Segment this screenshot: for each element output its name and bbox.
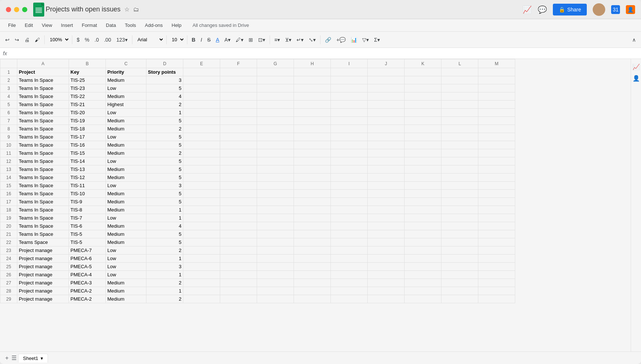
empty-cell[interactable] (478, 222, 515, 230)
cell-project[interactable]: Teams In Space (17, 206, 69, 214)
calendar-icon[interactable]: 31 (611, 5, 620, 14)
empty-cell[interactable] (331, 295, 368, 303)
empty-cell[interactable] (331, 198, 368, 206)
empty-cell[interactable] (220, 141, 257, 149)
empty-cell[interactable] (441, 109, 478, 117)
empty-cell[interactable] (368, 149, 405, 157)
cell-key[interactable]: TIS-7 (69, 214, 106, 222)
empty-cell[interactable] (294, 238, 331, 246)
empty-cell[interactable] (368, 222, 405, 230)
cell-story-points[interactable]: 1 (146, 214, 183, 222)
empty-cell[interactable] (331, 255, 368, 263)
cell-key[interactable]: PMECA-3 (69, 279, 106, 287)
sheet-tab-1[interactable]: Sheet1 ▾ (18, 354, 48, 363)
chart-button[interactable]: 📊 (349, 35, 359, 44)
empty-cell[interactable] (478, 101, 515, 109)
empty-cell[interactable] (331, 125, 368, 133)
cell-story-points[interactable]: 1 (146, 206, 183, 214)
empty-cell[interactable] (478, 141, 515, 149)
header-key[interactable]: Key (69, 68, 106, 76)
empty-cell[interactable] (331, 109, 368, 117)
empty-cell[interactable] (331, 238, 368, 246)
cell-key[interactable]: TIS-17 (69, 133, 106, 141)
empty-cell[interactable] (331, 271, 368, 279)
empty-cell[interactable] (183, 182, 220, 190)
empty-cell[interactable] (294, 198, 331, 206)
empty-cell[interactable] (441, 125, 478, 133)
menu-format[interactable]: Format (78, 21, 101, 29)
empty-cell[interactable] (183, 125, 220, 133)
empty-cell[interactable] (405, 141, 441, 149)
empty-cell[interactable] (478, 149, 515, 157)
empty-cell[interactable] (331, 190, 368, 198)
cell-story-points[interactable]: 5 (146, 84, 183, 92)
empty-cell[interactable] (220, 263, 257, 271)
empty-cell[interactable] (478, 271, 515, 279)
bold-button[interactable]: B (190, 35, 198, 44)
cell-key[interactable]: TIS-5 (69, 230, 106, 238)
empty-cell[interactable] (368, 109, 405, 117)
empty-cell[interactable] (220, 271, 257, 279)
empty-cell[interactable] (220, 84, 257, 92)
col-header-d[interactable]: D (146, 59, 183, 68)
empty-cell[interactable] (331, 263, 368, 271)
empty-cell[interactable] (405, 246, 441, 255)
cell-key[interactable]: TIS-13 (69, 165, 106, 174)
merge-button[interactable]: ⊡▾ (256, 35, 267, 44)
empty-cell[interactable] (441, 174, 478, 182)
empty-cell[interactable] (220, 206, 257, 214)
cell-key[interactable]: PMECA-2 (69, 287, 106, 295)
undo-button[interactable]: ↩ (3, 35, 12, 44)
empty-cell[interactable] (368, 117, 405, 125)
cell-key[interactable]: PMECA-4 (69, 271, 106, 279)
cell-project[interactable]: Teams In Space (17, 222, 69, 230)
empty-cell[interactable] (257, 68, 294, 76)
cell-key[interactable]: TIS-5 (69, 238, 106, 246)
empty-cell[interactable] (368, 165, 405, 174)
empty-cell[interactable] (220, 92, 257, 101)
empty-cell[interactable] (331, 157, 368, 165)
italic-button[interactable]: I (198, 35, 204, 44)
cell-key[interactable]: TIS-8 (69, 206, 106, 214)
empty-cell[interactable] (478, 174, 515, 182)
empty-cell[interactable] (294, 174, 331, 182)
empty-cell[interactable] (478, 84, 515, 92)
menu-tools[interactable]: Tools (121, 21, 139, 29)
empty-cell[interactable] (183, 92, 220, 101)
empty-cell[interactable] (478, 287, 515, 295)
empty-cell[interactable] (368, 198, 405, 206)
empty-cell[interactable] (257, 198, 294, 206)
cell-story-points[interactable]: 5 (146, 230, 183, 238)
empty-cell[interactable] (368, 206, 405, 214)
cell-story-points[interactable]: 2 (146, 101, 183, 109)
empty-cell[interactable] (220, 222, 257, 230)
empty-cell[interactable] (257, 230, 294, 238)
menu-file[interactable]: File (4, 21, 20, 29)
empty-cell[interactable] (183, 165, 220, 174)
print-button[interactable]: 🖨 (22, 35, 32, 44)
empty-cell[interactable] (257, 165, 294, 174)
empty-cell[interactable] (405, 117, 441, 125)
empty-cell[interactable] (405, 279, 441, 287)
empty-cell[interactable] (441, 92, 478, 101)
cell-project[interactable]: Teams In Space (17, 230, 69, 238)
empty-cell[interactable] (405, 230, 441, 238)
empty-cell[interactable] (331, 230, 368, 238)
empty-cell[interactable] (220, 230, 257, 238)
empty-cell[interactable] (368, 255, 405, 263)
cell-story-points[interactable]: 5 (146, 157, 183, 165)
empty-cell[interactable] (441, 157, 478, 165)
cell-priority[interactable]: Medium (106, 141, 146, 149)
cell-project[interactable]: Project manage (17, 263, 69, 271)
empty-cell[interactable] (220, 246, 257, 255)
empty-cell[interactable] (183, 101, 220, 109)
empty-cell[interactable] (478, 68, 515, 76)
col-header-g[interactable]: G (257, 59, 294, 68)
empty-cell[interactable] (257, 206, 294, 214)
empty-cell[interactable] (368, 279, 405, 287)
empty-cell[interactable] (331, 174, 368, 182)
empty-cell[interactable] (331, 117, 368, 125)
cell-priority[interactable]: Medium (106, 230, 146, 238)
cell-project[interactable]: Teams In Space (17, 125, 69, 133)
empty-cell[interactable] (257, 238, 294, 246)
